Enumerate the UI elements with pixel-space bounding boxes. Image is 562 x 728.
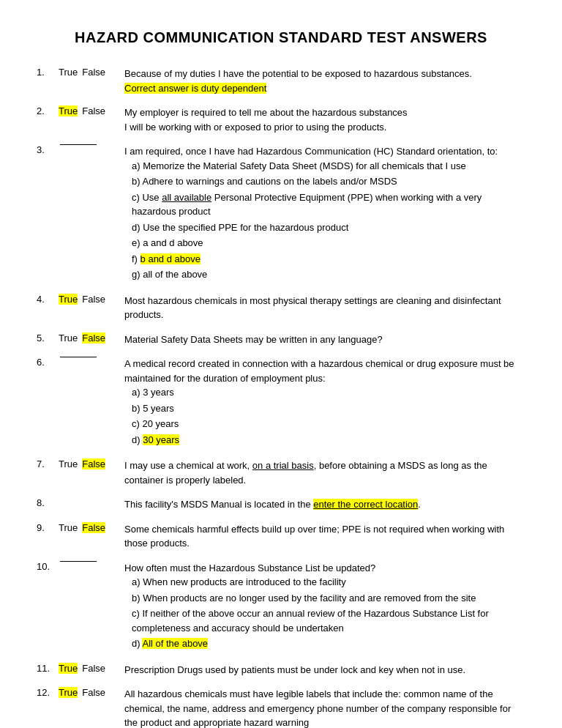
list-item: c) 20 years xyxy=(132,417,525,431)
tf-area: TrueFalse xyxy=(59,458,124,469)
tf-area: TrueFalse xyxy=(59,294,124,305)
answer-text: How often must the Hazardous Substance L… xyxy=(124,561,525,653)
answer-text: A medical record created in connection w… xyxy=(124,357,525,448)
true-label: True xyxy=(59,458,78,469)
tf-area: TrueFalse xyxy=(59,105,124,116)
question-number: 7. xyxy=(37,458,59,469)
list-item: b) When products are no longer used by t… xyxy=(132,591,525,606)
question-number: 12. xyxy=(37,687,59,698)
false-label: False xyxy=(82,663,105,674)
list-item: b) Adhere to warnings and cautions on th… xyxy=(132,174,525,189)
tf-area: TrueFalse xyxy=(59,333,124,343)
tf-area: TrueFalse xyxy=(59,663,124,674)
false-label: False xyxy=(82,333,105,343)
false-label: False xyxy=(82,522,105,533)
answer-text: All hazardous chemicals must have legibl… xyxy=(124,687,525,728)
list-item: a) When new products are introduced to t… xyxy=(132,575,525,590)
false-label: False xyxy=(82,687,105,698)
answer-text: Prescription Drugs used by patients must… xyxy=(124,663,525,677)
question-block: 11.TrueFalsePrescription Drugs used by p… xyxy=(37,663,525,677)
page-title: HAZARD COMMUNICATION STANDARD TEST ANSWE… xyxy=(37,29,525,46)
question-number: 3. xyxy=(37,144,59,155)
question-number: 4. xyxy=(37,294,59,305)
question-block: 10.How often must the Hazardous Substanc… xyxy=(37,561,525,653)
blank-answer xyxy=(60,357,97,357)
tf-area xyxy=(59,561,124,562)
question-block: 3.I am required, once I have had Hazardo… xyxy=(37,144,525,283)
false-label: False xyxy=(82,458,105,469)
false-label: False xyxy=(82,294,105,305)
question-block: 5.TrueFalseMaterial Safety Data Sheets m… xyxy=(37,333,525,347)
tf-area xyxy=(59,357,124,357)
question-number: 6. xyxy=(37,357,59,368)
question-block: 6.A medical record created in connection… xyxy=(37,357,525,448)
true-label: True xyxy=(59,294,78,305)
answer-text: I may use a chemical at work, on a trial… xyxy=(124,458,525,487)
true-label: True xyxy=(59,522,78,533)
true-label: True xyxy=(59,687,78,698)
true-label: True xyxy=(59,67,78,78)
true-label: True xyxy=(59,333,78,343)
true-label: True xyxy=(59,105,78,116)
answer-text: Some chemicals harmful effects build up … xyxy=(124,522,525,551)
question-number: 10. xyxy=(37,561,59,572)
answer-text: Most hazardous chemicals in most physica… xyxy=(124,294,525,322)
answer-text: My employer is required to tell me about… xyxy=(124,105,525,134)
tf-area xyxy=(59,144,124,145)
question-block: 2.TrueFalseMy employer is required to te… xyxy=(37,105,525,134)
answer-text: This facility's MSDS Manual is located i… xyxy=(124,497,525,512)
list-item: d) 30 years xyxy=(132,433,525,447)
blank-answer xyxy=(60,561,97,562)
answer-text: I am required, once I have had Hazardous… xyxy=(124,144,525,283)
question-number: 9. xyxy=(37,522,59,533)
list-item: a) Memorize the Material Safety Data She… xyxy=(132,159,525,174)
question-number: 1. xyxy=(37,67,59,78)
true-label: True xyxy=(59,663,78,674)
list-item: f) b and d above xyxy=(132,252,525,267)
question-block: 9.TrueFalseSome chemicals harmful effect… xyxy=(37,522,525,551)
question-block: 8.This facility's MSDS Manual is located… xyxy=(37,497,525,512)
question-block: 7.TrueFalseI may use a chemical at work,… xyxy=(37,458,525,487)
list-item: d) All of the above xyxy=(132,636,525,651)
question-block: 4.TrueFalseMost hazardous chemicals in m… xyxy=(37,294,525,322)
false-label: False xyxy=(82,105,105,116)
false-label: False xyxy=(82,67,105,78)
answer-text: Material Safety Data Sheets may be writt… xyxy=(124,333,525,347)
answer-text: Because of my duties I have the potentia… xyxy=(124,67,525,95)
question-number: 5. xyxy=(37,333,59,343)
list-item: d) Use the specified PPE for the hazardo… xyxy=(132,220,525,235)
question-number: 11. xyxy=(37,663,59,674)
list-item: g) all of the above xyxy=(132,267,525,282)
question-block: 1.TrueFalseBecause of my duties I have t… xyxy=(37,67,525,95)
question-number: 8. xyxy=(37,497,59,508)
list-item: b) 5 years xyxy=(132,401,525,416)
tf-area: TrueFalse xyxy=(59,67,124,78)
tf-area: TrueFalse xyxy=(59,687,124,698)
list-item: e) a and d above xyxy=(132,236,525,250)
list-item: c) Use all available Personal Protective… xyxy=(132,190,525,219)
list-item: c) If neither of the above occur an annu… xyxy=(132,606,525,635)
question-number: 2. xyxy=(37,105,59,116)
list-item: a) 3 years xyxy=(132,385,525,400)
blank-answer xyxy=(60,144,97,145)
question-block: 12.TrueFalseAll hazardous chemicals must… xyxy=(37,687,525,728)
tf-area: TrueFalse xyxy=(59,522,124,533)
